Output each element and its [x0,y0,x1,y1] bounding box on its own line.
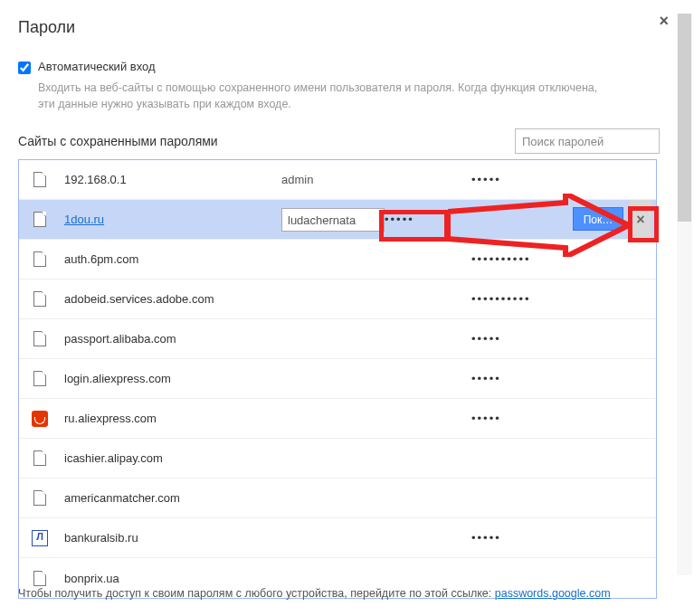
password-row[interactable]: bankuralsib.ru••••• [19,518,656,558]
password-row[interactable]: 192.168.0.1admin••••• [19,160,656,200]
file-icon [33,212,46,227]
saved-passwords-heading: Сайты с сохраненными паролями [18,134,218,148]
file-icon [33,571,46,586]
file-icon [33,251,46,267]
password-row[interactable]: auth.6pm.com•••••••••• [19,240,656,280]
password-row[interactable]: ru.aliexpress.com••••• [19,399,656,439]
vertical-scrollbar[interactable] [677,14,692,575]
sync-hint: Чтобы получить доступ к своим паролям с … [18,587,611,600]
aliexpress-favicon-icon [32,411,48,427]
site-cell: adobeid.services.adobe.com [64,292,281,306]
auto-signin-hint: Входить на веб-сайты с помощью сохраненн… [38,80,617,112]
password-row[interactable]: adobeid.services.adobe.com•••••••••• [19,280,656,319]
site-cell: icashier.alipay.com [64,451,281,465]
bankuralsib-favicon-icon [32,530,48,546]
username-cell[interactable]: ludachernata [281,208,385,232]
password-row[interactable]: 1dou.ruludachernata•••••Пок…× [19,200,656,240]
passwords-google-link[interactable]: passwords.google.com [495,587,611,600]
site-cell: passport.alibaba.com [64,332,281,346]
auto-signin-label: Автоматический вход [38,60,156,73]
password-cell: •••••••••• [471,292,531,306]
file-icon [33,450,46,466]
file-icon [33,490,46,506]
site-cell: americanmatcher.com [64,491,281,505]
password-cell: ••••• [471,412,501,425]
auto-signin-checkbox[interactable] [18,62,31,74]
password-cell: ••••• [385,213,414,226]
site-cell: 192.168.0.1 [64,173,281,186]
password-row[interactable]: icashier.alipay.com [19,439,656,479]
site-cell: auth.6pm.com [64,252,281,266]
password-cell: ••••• [471,531,501,545]
file-icon [33,331,46,346]
file-icon [33,371,46,386]
password-row[interactable]: login.aliexpress.com••••• [19,359,656,399]
password-row[interactable]: passport.alibaba.com••••• [19,319,656,359]
password-row[interactable]: americanmatcher.com [19,479,656,518]
site-cell: bonprix.ua [64,572,281,585]
site-cell: ru.aliexpress.com [64,412,281,425]
password-cell: •••••••••• [471,252,531,266]
file-icon [33,291,46,307]
reveal-password-button[interactable]: Пок… [573,207,623,231]
site-cell: login.aliexpress.com [64,372,281,385]
scrollbar-thumb[interactable] [678,14,691,222]
site-cell: bankuralsib.ru [64,531,281,545]
site-cell[interactable]: 1dou.ru [64,213,281,226]
file-icon [33,172,46,187]
username-cell: admin [281,173,471,186]
search-passwords-input[interactable] [515,128,660,154]
password-cell: ••••• [471,173,501,186]
password-table: 192.168.0.1admin•••••1dou.ruludachernata… [18,159,657,599]
sync-hint-text: Чтобы получить доступ к своим паролям с … [18,587,495,600]
close-dialog-button[interactable]: × [659,13,669,29]
password-cell: ••••• [471,372,501,385]
delete-password-button[interactable]: × [630,200,651,239]
password-cell: ••••• [471,332,501,346]
dialog-title: Пароли [18,18,660,37]
